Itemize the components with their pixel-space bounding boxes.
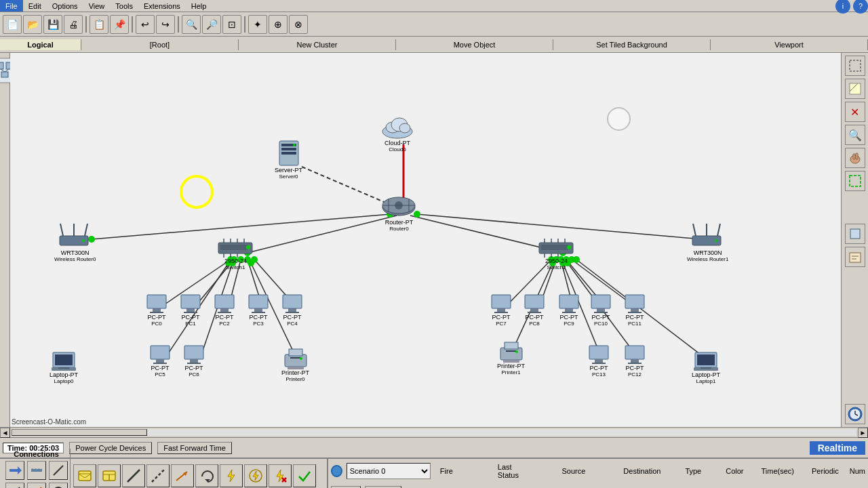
power-cycle-button[interactable]: Power Cycle Devices — [69, 442, 152, 454]
new-button[interactable]: 📄 — [3, 15, 22, 34]
pc6-label: PC-PT — [185, 365, 203, 371]
menu-edit[interactable]: Edit — [23, 0, 47, 12]
delete-tool[interactable]: ✕ — [845, 102, 865, 122]
menu-file[interactable]: File — [0, 0, 23, 12]
custom-btn3[interactable]: ⊗ — [289, 15, 308, 34]
line-tool-button[interactable] — [122, 464, 145, 487]
zoom-tool[interactable]: 🔍 — [845, 125, 865, 145]
lightning-button[interactable] — [220, 464, 243, 487]
pdu-simple-button[interactable] — [73, 464, 96, 487]
device-wireless0[interactable]: WRT300N Wireless Router0 — [54, 222, 96, 262]
annotation-tool[interactable] — [845, 247, 865, 267]
device-pc0[interactable]: PC-PT PC0 — [146, 293, 167, 327]
scrollbar-thumb[interactable] — [12, 429, 147, 436]
device-printer1[interactable]: Printer-PT Printer1 — [497, 341, 525, 375]
device-switch1[interactable]: 2950-24 Switch1 — [217, 237, 254, 270]
device-server[interactable]: Server-PT Server0 — [275, 140, 302, 180]
device-pc6[interactable]: PC-PT PC6 — [183, 344, 205, 378]
selection-box-tool[interactable] — [845, 171, 865, 191]
custom-btn2[interactable]: ⊕ — [269, 15, 288, 34]
open-button[interactable]: 📂 — [23, 15, 42, 34]
device-pc1[interactable]: PC-PT PC1 — [180, 293, 201, 327]
menu-help[interactable]: Help — [186, 0, 212, 12]
device-pc7[interactable]: PC-PT PC7 — [490, 293, 512, 327]
check-button[interactable] — [293, 464, 316, 487]
menu-tools[interactable]: Tools — [110, 0, 138, 12]
device-pc3[interactable]: PC-PT PC3 — [248, 293, 269, 327]
dashed-line-button[interactable] — [146, 464, 170, 487]
device-pc2[interactable]: PC-PT PC2 — [214, 293, 235, 327]
conn-icon-2[interactable] — [27, 461, 46, 480]
conn-icon-3[interactable] — [49, 461, 68, 480]
redo-button[interactable]: ↪ — [156, 15, 175, 34]
menu-view[interactable]: View — [83, 0, 111, 12]
set-tiled-bg-button[interactable]: Set Tiled Background — [553, 39, 711, 50]
device-laptop1[interactable]: Laptop-PT Laptop1 — [692, 351, 720, 384]
device-pc13[interactable]: PC-PT PC13 — [588, 344, 610, 378]
scenario-select[interactable]: Scenario 0 — [347, 463, 431, 479]
viewport-button[interactable]: Viewport — [711, 39, 868, 50]
svg-point-81 — [567, 245, 571, 249]
device-pc4[interactable]: PC-PT PC4 — [281, 293, 303, 327]
lightning-x-button[interactable] — [269, 464, 292, 487]
pdu-complex-button[interactable] — [98, 464, 121, 487]
paste-button[interactable]: 📌 — [110, 15, 129, 34]
cycle-button[interactable] — [195, 464, 218, 487]
device-laptop0[interactable]: Laptop-PT Laptop0 — [50, 351, 78, 384]
device-pc8[interactable]: PC-PT PC8 — [524, 293, 545, 327]
device-cloud[interactable]: Cloud-PT Cloud0 — [380, 113, 414, 152]
svg-rect-167 — [850, 253, 861, 262]
device-printer0[interactable]: Printer-PT Printer0 — [281, 348, 309, 382]
move-object-button[interactable]: Move Object — [396, 39, 553, 50]
zoom-fit-button[interactable]: ⊡ — [222, 15, 241, 34]
device-pc11[interactable]: PC-PT PC11 — [624, 293, 646, 327]
logical-tab[interactable]: Logical — [0, 39, 81, 50]
canvas[interactable]: Cloud-PT Cloud0 Server-PT Server0 — [10, 53, 841, 427]
wireless0-sublabel: Wireless Router0 — [54, 256, 96, 262]
conn-icon-6[interactable] — [49, 483, 68, 488]
device-pc5[interactable]: PC-PT PC5 — [149, 344, 171, 378]
device-switch2[interactable]: 2950-24 Switch2 — [538, 237, 575, 270]
device-pc9[interactable]: PC-PT PC9 — [558, 293, 580, 327]
realtime-icon[interactable] — [845, 404, 865, 424]
pc12-sublabel: PC12 — [628, 371, 642, 378]
draw-tool[interactable] — [845, 224, 865, 244]
device-pc12[interactable]: PC-PT PC12 — [624, 344, 646, 378]
num-label: Num — [850, 467, 865, 475]
device-pc10[interactable]: PC-PT PC10 — [590, 293, 612, 327]
root-breadcrumb[interactable]: [Root] — [81, 39, 239, 50]
pc11-label: PC-PT — [626, 314, 644, 321]
pc7-sublabel: PC7 — [496, 321, 507, 327]
undo-button[interactable]: ↩ — [136, 15, 155, 34]
sticky-note-tool[interactable] — [845, 79, 865, 99]
fast-forward-button[interactable]: Fast Forward Time — [157, 442, 232, 454]
scrollbar-track[interactable] — [12, 429, 856, 436]
pc9-label: PC-PT — [560, 314, 578, 321]
print-button[interactable]: 🖨 — [64, 15, 83, 34]
zoom-out-button[interactable]: 🔎 — [202, 15, 221, 34]
save-button[interactable]: 💾 — [43, 15, 62, 34]
zoom-in-button[interactable]: 🔍 — [182, 15, 201, 34]
horizontal-scrollbar[interactable]: ◄ ► — [0, 427, 868, 437]
new-cluster-button[interactable]: New Cluster — [239, 39, 396, 50]
scroll-left-button[interactable]: ◄ — [0, 428, 10, 438]
device-wireless1[interactable]: WRT300N Wireless Router1 — [687, 222, 728, 262]
custom-btn1[interactable]: ✦ — [248, 15, 267, 34]
device-router[interactable]: Router-PT Router0 — [380, 195, 418, 232]
info-button[interactable]: i — [835, 0, 850, 14]
help-button[interactable]: ? — [853, 0, 868, 14]
scroll-right-button[interactable]: ► — [858, 428, 868, 438]
svg-rect-164 — [856, 153, 858, 159]
menu-extensions[interactable]: Extensions — [138, 0, 186, 12]
conn-icon-1[interactable] — [5, 461, 24, 480]
conn-icon-5[interactable] — [27, 483, 46, 488]
printer1-sublabel: Printer1 — [502, 369, 521, 375]
arrow-tool-button[interactable] — [171, 464, 194, 487]
select-tool[interactable] — [845, 56, 865, 76]
hand-tool[interactable] — [845, 148, 865, 168]
lightning-circle-button[interactable] — [244, 464, 267, 487]
copy-button[interactable]: 📋 — [90, 15, 108, 34]
svg-marker-193 — [228, 470, 235, 482]
conn-icon-4[interactable] — [5, 483, 24, 488]
menu-options[interactable]: Options — [47, 0, 83, 12]
